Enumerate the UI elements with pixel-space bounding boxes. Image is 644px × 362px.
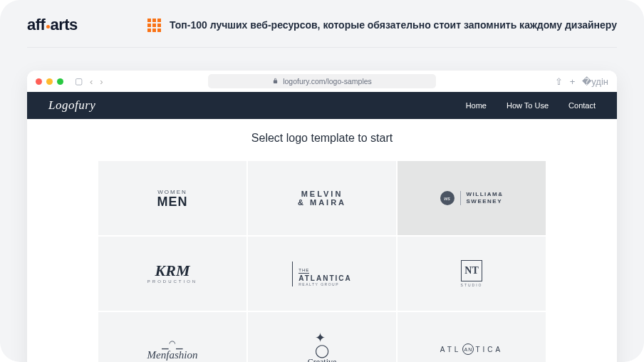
url-bar[interactable]: logofury.com/logo-samples [208,74,436,88]
nav-links: Home How To Use Contact [466,101,596,110]
chrome-right-controls: ⇧ + �удін [555,76,608,87]
back-button[interactable]: ‹ [90,76,93,87]
url-text: logofury.com/logo-samples [283,77,372,86]
nav-howto[interactable]: How To Use [507,101,549,110]
logo-template-atlantica-2[interactable]: ATL AN TICA [397,311,546,362]
logo-text: Menfashion [147,349,198,361]
article-title[interactable]: Топ-100 лучших веб-ресурсов, которые обя… [170,19,617,31]
logo-text: Creative [308,357,337,363]
logo-template-melvin-maira[interactable]: MELVIN & MAIRA [247,160,397,236]
site-brand[interactable]: Logofury [48,98,95,113]
traffic-lights [36,78,63,85]
logo-template-atlantica[interactable]: THE ATLANTICA REALTY GROUP [247,236,397,311]
new-tab-icon[interactable]: + [570,76,576,87]
minimize-icon[interactable] [46,78,53,85]
logo-text: WILLIAM& SWEENEY [460,191,504,206]
tabs-icon[interactable]: �удін [582,76,608,87]
logo-text: STUDIO [461,283,483,287]
article-title-row: Топ-100 лучших веб-ресурсов, которые обя… [147,19,617,32]
grid-icon [147,19,161,32]
nav-contact[interactable]: Contact [568,101,596,110]
hanger-icon: ⎯◠⎯ [162,338,183,349]
lightbulb-icon: ✦◯ [315,331,329,357]
logo-grid: WOMEN MEN MELVIN & MAIRA ws WILLIAM& [27,160,617,362]
forward-button[interactable]: › [100,76,103,87]
share-icon[interactable]: ⇧ [555,76,563,87]
maximize-icon[interactable] [57,78,63,85]
logo-text: REALTY GROUP [298,282,351,286]
page-card: affarts Топ-100 лучших веб-ресурсов, кот… [0,0,644,362]
logo-template-creative[interactable]: ✦◯ Creative [247,311,397,362]
logo-text: PRODUCTION [147,279,197,284]
logo-text: MEN [157,195,188,208]
logo-text: NT [464,265,478,276]
chrome-left-controls: ▢ ‹ › [75,76,103,87]
logo-text: TICA [475,346,503,353]
logo-circle-icon: AN [462,343,474,355]
logo-text: ATL [440,346,462,353]
browser-chrome: ▢ ‹ › logofury.com/logo-samples ⇧ + �уді… [27,71,617,92]
logo-text: ATLANTICA [298,274,351,282]
logo-box-icon: NT [461,260,482,281]
logo-text: MELVIN [301,190,343,198]
site-logo[interactable]: affarts [27,16,78,34]
site-nav: Logofury Home How To Use Contact [27,92,617,119]
logo-text: KRM [155,264,190,278]
sidebar-icon[interactable]: ▢ [75,76,83,86]
logo-template-women-men[interactable]: WOMEN MEN [98,160,247,236]
nav-home[interactable]: Home [466,101,487,110]
logo-text: & MAIRA [298,198,346,207]
page-header: affarts Топ-100 лучших веб-ресурсов, кот… [27,16,617,48]
logo-text: THE [298,268,309,274]
page-content: Select logo template to start WOMEN MEN … [27,119,617,362]
logo-template-menfashion[interactable]: ⎯◠⎯ Menfashion [98,311,247,362]
logo-template-krm[interactable]: KRM PRODUCTION [98,236,247,311]
page-heading: Select logo template to start [27,132,617,145]
browser-window: ▢ ‹ › logofury.com/logo-samples ⇧ + �уді… [27,71,617,362]
logo-badge-icon: ws [440,191,455,205]
logo-template-nt[interactable]: NT STUDIO [397,236,546,311]
close-icon[interactable] [36,78,42,85]
lock-icon [272,77,279,86]
logo-template-william-sweeney[interactable]: ws WILLIAM& SWEENEY [397,160,546,236]
